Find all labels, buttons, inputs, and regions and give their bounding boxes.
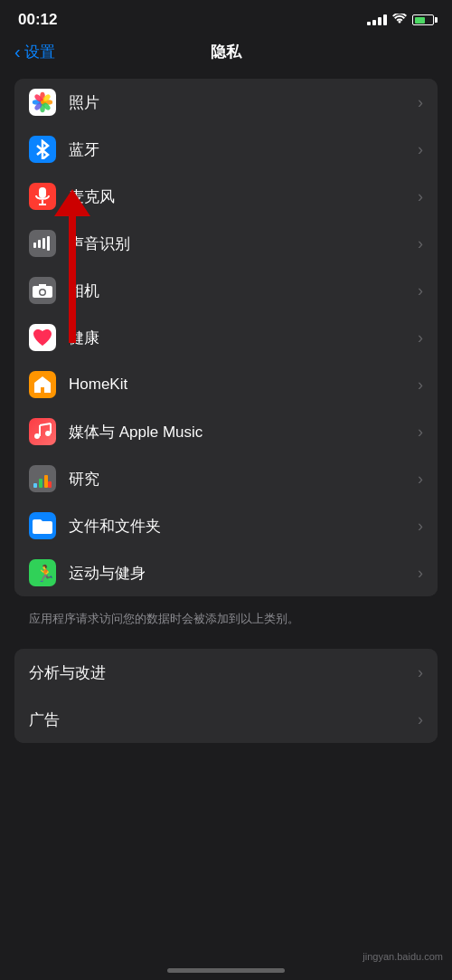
music-label: 媒体与 Apple Music xyxy=(69,422,410,442)
svg-rect-18 xyxy=(47,236,50,251)
ads-chevron: › xyxy=(418,710,423,729)
list-item-homekit[interactable]: HomeKit › xyxy=(14,361,438,408)
signal-icon xyxy=(367,14,387,25)
camera-icon xyxy=(29,277,56,304)
list-item-microphone[interactable]: 麦克风 › xyxy=(14,173,438,220)
bluetooth-label: 蓝牙 xyxy=(69,139,410,160)
camera-label: 相机 xyxy=(69,281,410,301)
svg-rect-28 xyxy=(48,481,52,488)
list-item-photos[interactable]: 照片 › xyxy=(14,79,438,126)
back-button[interactable]: ‹ 设置 xyxy=(14,42,55,62)
svg-rect-29 xyxy=(33,521,52,534)
fitness-chevron: › xyxy=(418,564,423,583)
bluetooth-icon xyxy=(29,136,56,163)
svg-rect-27 xyxy=(44,475,48,488)
list-item-music[interactable]: 媒体与 Apple Music › xyxy=(14,408,438,455)
sound-icon xyxy=(29,230,56,257)
files-label: 文件和文件夹 xyxy=(69,516,410,537)
svg-rect-17 xyxy=(42,238,45,249)
bluetooth-chevron: › xyxy=(418,140,423,159)
list-item-files[interactable]: 文件和文件夹 › xyxy=(14,502,438,549)
ads-label: 广告 xyxy=(29,709,410,730)
list-item-ads[interactable]: 广告 › xyxy=(14,696,438,743)
health-chevron: › xyxy=(418,328,423,347)
battery-icon xyxy=(412,14,434,25)
health-label: 健康 xyxy=(69,328,410,348)
homekit-icon xyxy=(29,371,56,398)
microphone-label: 麦克风 xyxy=(69,186,410,207)
svg-text:🏃: 🏃 xyxy=(35,564,52,583)
sound-chevron: › xyxy=(418,234,423,253)
svg-rect-26 xyxy=(39,479,42,488)
back-label: 设置 xyxy=(24,42,55,62)
photos-chevron: › xyxy=(418,93,423,112)
svg-line-24 xyxy=(40,423,51,425)
photos-label: 照片 xyxy=(69,92,410,113)
camera-chevron: › xyxy=(418,281,423,300)
homekit-label: HomeKit xyxy=(69,376,410,394)
back-chevron-icon: ‹ xyxy=(14,42,21,62)
files-icon xyxy=(29,512,56,539)
analytics-chevron: › xyxy=(418,663,423,682)
svg-rect-12 xyxy=(39,187,46,198)
svg-rect-15 xyxy=(33,243,36,248)
fitness-icon: 🏃 xyxy=(29,559,56,586)
svg-point-21 xyxy=(41,290,45,295)
list-item-sound[interactable]: 声音识别 › xyxy=(14,220,438,267)
status-icons xyxy=(367,13,434,27)
microphone-icon xyxy=(29,183,56,210)
list-item-camera[interactable]: 相机 › xyxy=(14,267,438,314)
status-bar: 00:12 xyxy=(0,0,452,36)
health-icon xyxy=(29,324,56,351)
sound-label: 声音识别 xyxy=(69,233,410,254)
homekit-chevron: › xyxy=(418,376,423,395)
research-icon xyxy=(29,465,56,492)
microphone-chevron: › xyxy=(418,187,423,206)
status-time: 00:12 xyxy=(18,11,57,29)
photos-icon xyxy=(29,89,56,116)
privacy-list: 照片 › 蓝牙 › 麦克风 › xyxy=(14,79,438,596)
analytics-list: 分析与改进 › 广告 › xyxy=(14,649,438,743)
list-item-health[interactable]: 健康 › xyxy=(14,314,438,361)
fitness-label: 运动与健身 xyxy=(69,563,410,584)
music-chevron: › xyxy=(418,423,423,442)
list-item-research[interactable]: 研究 › xyxy=(14,455,438,502)
svg-rect-16 xyxy=(38,240,41,248)
svg-rect-25 xyxy=(33,483,37,488)
research-chevron: › xyxy=(418,470,423,489)
page-title: 隐私 xyxy=(211,42,241,62)
music-icon xyxy=(29,418,56,445)
list-item-fitness[interactable]: 🏃 运动与健身 › xyxy=(14,549,438,596)
list-item-analytics[interactable]: 分析与改进 › xyxy=(14,649,438,696)
research-label: 研究 xyxy=(69,469,410,490)
home-indicator xyxy=(167,968,285,973)
list-item-bluetooth[interactable]: 蓝牙 › xyxy=(14,126,438,173)
files-chevron: › xyxy=(418,517,423,536)
watermark: jingyan.baidu.com xyxy=(363,951,443,962)
nav-bar: ‹ 设置 隐私 xyxy=(0,36,452,71)
analytics-label: 分析与改进 xyxy=(29,662,410,683)
info-text: 应用程序请求访问您的数据时会被添加到以上类别。 xyxy=(0,604,452,642)
wifi-icon xyxy=(392,13,407,27)
